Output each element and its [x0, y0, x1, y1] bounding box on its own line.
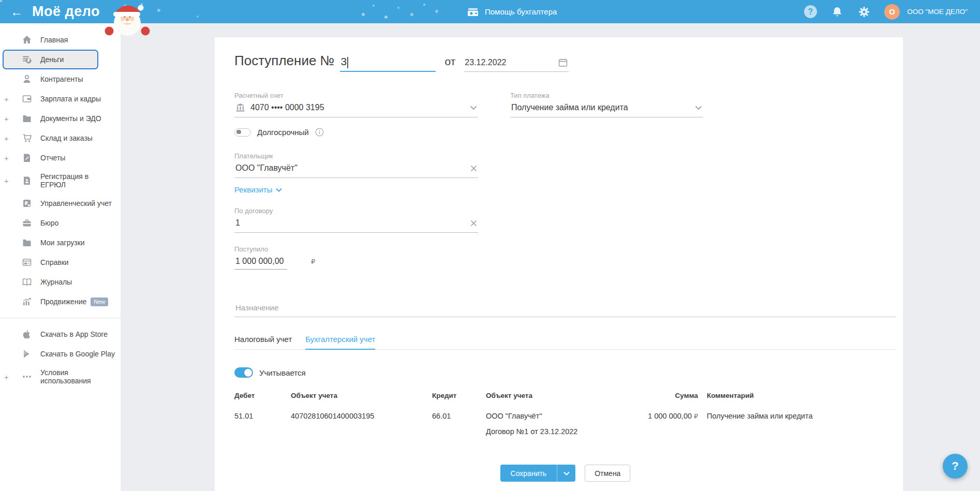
- contract-field[interactable]: По договору 1: [234, 207, 478, 233]
- payment-type-field[interactable]: Тип платежа Получение займа или кредита: [510, 92, 703, 117]
- amount-block: Поступило 1 000 000,00 ₽: [234, 245, 896, 270]
- expand-plus-icon[interactable]: +: [4, 373, 9, 381]
- sidebar-item-money[interactable]: ₽ Деньги: [3, 50, 98, 69]
- currency-symbol: ₽: [694, 412, 698, 420]
- cash-icon: [467, 7, 479, 17]
- contractors-icon: [22, 74, 32, 84]
- management-icon: ₽: [22, 198, 32, 209]
- info-icon[interactable]: [315, 128, 324, 137]
- expand-plus-icon[interactable]: +: [4, 154, 9, 162]
- main-area: Поступление № 3 от 23.12.2022: [121, 23, 980, 491]
- accounted-toggle-row: Учитывается: [234, 367, 896, 378]
- certificates-icon: [22, 257, 32, 267]
- expand-plus-icon[interactable]: +: [4, 134, 9, 143]
- journals-icon: [22, 277, 32, 287]
- accountant-help-button[interactable]: Помощь бухгалтера: [467, 0, 557, 23]
- account-field[interactable]: Расчетный счет 4070 •••• 0000 3195: [234, 92, 478, 117]
- sidebar-item-salary[interactable]: + Зарплата и кадры: [0, 89, 121, 109]
- app-logo[interactable]: Моё дело: [32, 4, 100, 20]
- apple-icon: [22, 329, 32, 339]
- gear-icon: [858, 6, 870, 18]
- notifications-button[interactable]: [830, 5, 844, 19]
- expand-plus-icon[interactable]: +: [4, 176, 9, 185]
- snow-decoration: [0, 0, 2, 2]
- cell-comment: Получение займа или кредита: [698, 408, 896, 420]
- sidebar-item-terms[interactable]: + Условия использования: [0, 364, 121, 390]
- sidebar-item-journals[interactable]: Журналы: [0, 272, 121, 292]
- settings-button[interactable]: [857, 5, 871, 19]
- tab-tax-accounting[interactable]: Налоговый учет: [234, 335, 292, 349]
- cell-debit-object: 40702810601400003195: [291, 408, 432, 420]
- salary-icon: [22, 94, 32, 104]
- postings-table: Дебет Объект учета Кредит Объект учета С…: [234, 392, 896, 436]
- currency-symbol: ₽: [311, 258, 315, 270]
- date-prefix: от: [445, 55, 456, 68]
- title-row: Поступление № 3 от 23.12.2022: [234, 53, 896, 72]
- back-arrow-icon[interactable]: ←: [10, 0, 23, 23]
- sidebar-item-management[interactable]: ₽ Управленческий учет: [0, 194, 121, 213]
- form-actions: Сохранить Отмена: [234, 465, 896, 482]
- details-link[interactable]: Реквизиты: [234, 185, 291, 194]
- sidebar-item-documents[interactable]: + Документы и ЭДО: [0, 109, 121, 128]
- sidebar-item-google-play[interactable]: Скачать в Google Play: [0, 344, 121, 364]
- sidebar-item-reports[interactable]: + Отчеты: [0, 148, 121, 168]
- help-center-label: Помощь бухгалтера: [485, 7, 557, 16]
- clear-x-icon[interactable]: [470, 165, 477, 172]
- document-date-input[interactable]: 23.12.2022: [464, 58, 569, 72]
- long-term-toggle-row: Долгосрочный: [234, 128, 896, 137]
- svg-text:₽: ₽: [24, 201, 27, 206]
- page-title: Поступление №: [234, 53, 335, 69]
- cell-debit: 51.01: [234, 408, 291, 420]
- sidebar-item-promotion[interactable]: Продвижение New: [0, 292, 121, 311]
- payer-field[interactable]: Плательщик ООО "Главучёт": [234, 152, 478, 178]
- svg-text:₽: ₽: [27, 58, 30, 63]
- organization-name[interactable]: ООО "МОЕ ДЕЛО": [907, 8, 968, 16]
- chevron-down-icon[interactable]: [470, 106, 477, 110]
- chevron-down-icon: [276, 188, 282, 192]
- long-term-toggle[interactable]: [234, 128, 251, 137]
- purpose-field[interactable]: Назначение: [234, 300, 896, 317]
- save-options-button[interactable]: [557, 465, 575, 482]
- expand-plus-icon[interactable]: +: [4, 95, 9, 103]
- new-badge: New: [91, 297, 108, 306]
- tab-bookkeeping[interactable]: Бухгалтерский учет: [305, 335, 375, 350]
- sidebar-divider: [0, 318, 121, 318]
- sidebar-item-warehouse[interactable]: + Склад и заказы: [0, 128, 121, 148]
- expand-plus-icon[interactable]: +: [4, 114, 9, 123]
- google-play-icon: [22, 349, 32, 359]
- calendar-icon[interactable]: [558, 58, 568, 67]
- reports-icon: [22, 153, 32, 163]
- sidebar-item-contractors[interactable]: Контрагенты: [0, 69, 121, 89]
- sidebar-item-home[interactable]: Главная: [0, 30, 121, 50]
- chevron-down-icon[interactable]: [695, 106, 702, 110]
- cancel-button[interactable]: Отмена: [585, 465, 630, 482]
- accounted-label: Учитывается: [259, 368, 306, 377]
- santa-decoration: [103, 1, 151, 36]
- document-number-input[interactable]: 3: [340, 55, 436, 72]
- support-fab[interactable]: ?: [943, 454, 968, 479]
- sidebar-item-bureau[interactable]: Бюро: [0, 213, 121, 233]
- top-bar: ← Моё дело Помощь бухгалтера ?: [0, 0, 980, 23]
- ellipsis-icon: [22, 371, 32, 382]
- long-term-label: Долгосрочный: [257, 128, 309, 137]
- text-cursor: [347, 57, 348, 68]
- save-button[interactable]: Сохранить: [500, 465, 557, 482]
- sidebar: Главная ₽ Деньги Контрагенты + Зарплата: [0, 23, 121, 491]
- sidebar-item-app-store[interactable]: Скачать в App Store: [0, 324, 121, 344]
- amount-input[interactable]: 1 000 000,00: [234, 253, 287, 270]
- help-button[interactable]: ?: [804, 5, 817, 19]
- question-icon: ?: [804, 5, 817, 18]
- sidebar-item-downloads[interactable]: Мои загрузки: [0, 233, 121, 252]
- accounted-toggle[interactable]: [234, 367, 253, 378]
- home-icon: [22, 35, 32, 45]
- user-avatar[interactable]: O: [884, 4, 900, 20]
- sidebar-item-certificates[interactable]: Справки: [0, 252, 121, 272]
- document-card: Поступление № 3 от 23.12.2022: [215, 37, 903, 491]
- sidebar-item-registration[interactable]: + Регистрация в ЕГРЮЛ: [0, 168, 121, 194]
- downloads-folder-icon: [22, 237, 32, 248]
- warehouse-icon: [22, 133, 32, 143]
- documents-icon: [22, 113, 32, 124]
- clear-x-icon[interactable]: [470, 220, 477, 227]
- bell-icon: [832, 6, 842, 18]
- money-icon: ₽: [22, 54, 32, 65]
